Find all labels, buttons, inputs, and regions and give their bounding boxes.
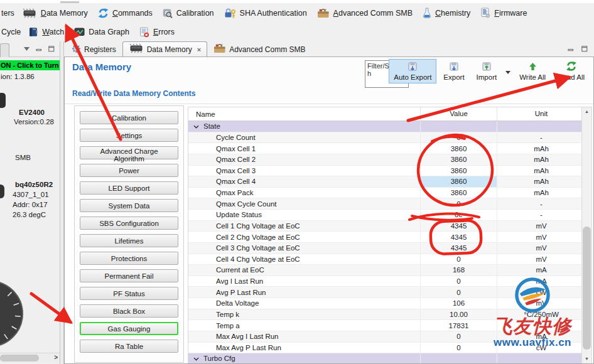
category-black-box[interactable]: Black Box — [80, 304, 178, 318]
toolbar-item-chemistry[interactable]: Chemistry — [418, 6, 475, 19]
row-value[interactable]: 3860 — [420, 166, 497, 176]
category-protections[interactable]: Protections — [80, 252, 178, 265]
column-header-value[interactable]: Value — [420, 107, 497, 120]
toolbar-item-watch[interactable]: Watch — [23, 26, 69, 38]
table-row-avg-p-last-run[interactable]: Avg P Last Run0cW — [188, 287, 582, 298]
minimize-icon[interactable] — [36, 46, 42, 52]
maximize-icon[interactable] — [48, 46, 55, 52]
category-calibration[interactable]: Calibration — [80, 111, 178, 124]
import-dropdown-caret[interactable] — [504, 59, 512, 83]
toolbar-item-data-memory[interactable]: Data Memory — [17, 7, 93, 19]
table-row-max-avg-p-last-run[interactable]: Max Avg P Last Run0cW — [188, 343, 582, 354]
table-row-qmax-cell-4[interactable]: Qmax Cell 43860mAh — [188, 176, 582, 188]
table-row-cycle-count[interactable]: Cycle Count0- — [188, 132, 582, 144]
action-write-all[interactable]: Write All — [514, 59, 551, 83]
chevron-down-icon[interactable] — [193, 355, 199, 362]
row-value[interactable]: 0 — [420, 198, 497, 209]
table-row-temp-k[interactable]: Temp k10.00°C/250mW — [188, 309, 582, 321]
toolbar-item-ters[interactable]: ters — [1, 8, 17, 19]
table-row-qmax-cell-2[interactable]: Qmax Cell 23860mAh — [188, 154, 582, 166]
row-value[interactable]: 10.00 — [420, 309, 497, 320]
horizontal-scrollbar-thumb[interactable] — [0, 355, 39, 361]
panel-sash[interactable] — [60, 41, 64, 364]
table-row-qmax-cell-3[interactable]: Qmax Cell 33860mAh — [188, 166, 582, 177]
category-led-support[interactable]: LED Support — [80, 181, 178, 195]
vertical-scrollbar-thumb[interactable] — [583, 227, 591, 350]
row-value[interactable]: 168 — [420, 265, 497, 276]
category-permanent-fail[interactable]: Permanent Fail — [80, 269, 178, 282]
table-row-delta-voltage[interactable]: Delta Voltage106mV — [188, 298, 582, 309]
table-row-current-at-eoc[interactable]: Current at EoC168mA — [188, 265, 582, 276]
row-value[interactable]: 0e — [420, 210, 497, 220]
row-value[interactable]: 3860 — [420, 176, 497, 187]
toolbar-item-errors[interactable]: Errors — [134, 26, 180, 39]
scroll-up-arrow[interactable]: ▲ — [582, 107, 591, 116]
row-value[interactable]: 0 — [420, 343, 497, 353]
toolbar-item-calibration[interactable]: Calibration — [158, 7, 219, 19]
category-sbs-configuration[interactable]: SBS Configuration — [80, 217, 178, 230]
table-row-qmax-pack[interactable]: Qmax Pack3860mAh — [188, 188, 582, 199]
maximize-icon[interactable] — [581, 45, 588, 54]
toolbar-item-advanced-comm-smb[interactable]: Advanced Comm SMB — [312, 7, 418, 19]
minimize-icon[interactable] — [568, 45, 574, 54]
table-row-cell-1-chg-voltage-at-eoc[interactable]: Cell 1 Chg Voltage at EoC4345mV — [188, 221, 582, 232]
status-banner[interactable]: ON - Click to Turn — [0, 60, 60, 70]
row-value[interactable]: 3860 — [420, 154, 497, 165]
action-import[interactable]: Import — [472, 59, 502, 83]
category-lifetimes[interactable]: Lifetimes — [80, 234, 178, 247]
category-gas-gauging[interactable]: Gas Gauging — [80, 322, 178, 335]
horizontal-scrollbar[interactable]: > — [0, 353, 60, 363]
category-settings[interactable]: Settings — [80, 129, 178, 142]
table-row-avg-i-last-run[interactable]: Avg I Last Run0mA — [188, 276, 582, 287]
row-value[interactable]: 0 — [420, 132, 497, 143]
category-power[interactable]: Power — [80, 164, 178, 177]
tab-data-memory[interactable]: Data Memory× — [122, 41, 207, 56]
category-advanced-charge-algorithm[interactable]: Advanced Charge Algorithm — [80, 146, 178, 159]
errors-icon — [139, 27, 149, 38]
row-value[interactable]: 0 — [420, 287, 497, 297]
row-value[interactable]: 3860 — [420, 188, 497, 198]
chevron-down-icon[interactable] — [193, 122, 199, 130]
row-value[interactable]: 0 — [420, 254, 497, 265]
column-header-unit[interactable]: Unit — [497, 107, 585, 120]
table-row-max-avg-i-last-run[interactable]: Max Avg I Last Run0mA — [188, 331, 582, 343]
table-row-qmax-cell-1[interactable]: Qmax Cell 13860mAh — [188, 143, 582, 154]
toolbar-item-commands[interactable]: Commands — [93, 7, 158, 19]
toolbar-item-sha-authentication[interactable]: SHA Authentication — [219, 7, 312, 19]
table-group-row-turbo-cfg[interactable]: Turbo Cfg — [188, 353, 582, 363]
table-row-update-status[interactable]: Update Status0e- — [188, 210, 582, 221]
scroll-down-arrow[interactable]: ▼ — [582, 355, 591, 363]
table-row-cell-2-chg-voltage-at-eoc[interactable]: Cell 2 Chg Voltage at EoC4345mV — [188, 232, 582, 243]
column-header-name[interactable]: Name — [188, 110, 420, 118]
toolbar-item-data-graph[interactable]: Data Graph — [69, 26, 134, 38]
row-value[interactable]: 0 — [420, 331, 497, 342]
row-value[interactable]: 4345 — [420, 232, 497, 242]
row-value[interactable]: 0 — [420, 276, 497, 287]
table-row-cell-4-chg-voltage-at-eoc[interactable]: Cell 4 Chg Voltage at EoC0mV — [188, 254, 582, 265]
view-menu-icon[interactable] — [24, 47, 30, 51]
action-auto-export[interactable]: Auto Export — [389, 59, 436, 83]
category-system-data[interactable]: System Data — [80, 199, 178, 212]
row-value[interactable]: 17831 — [420, 320, 497, 331]
table-row-qmax-cycle-count[interactable]: Qmax Cycle Count0- — [188, 198, 582, 210]
row-value[interactable]: 4345 — [420, 243, 497, 254]
table-group-row-state[interactable]: State — [188, 121, 582, 132]
datagraph-icon — [74, 28, 85, 37]
row-value[interactable]: 4345 — [420, 221, 497, 232]
category-pf-status[interactable]: PF Status — [80, 287, 178, 300]
action-read-all[interactable]: Read All — [553, 59, 590, 83]
action-export[interactable]: Export — [438, 59, 469, 83]
table-row-cell-3-chg-voltage-at-eoc[interactable]: Cell 3 Chg Voltage at EoC4345mV — [188, 243, 582, 254]
tab-advanced-comm-smb[interactable]: Advanced Comm SMB — [207, 41, 311, 56]
vertical-scrollbar[interactable]: ▲ ▼ — [581, 107, 591, 363]
table-row-temp-a[interactable]: Temp a17831 — [188, 320, 582, 331]
close-icon[interactable]: × — [197, 46, 201, 53]
toolbar-item-firmware[interactable]: Firmware — [475, 6, 532, 19]
scroll-right-arrow[interactable]: > — [54, 354, 58, 361]
device-temperature: 26.3 degC — [13, 210, 53, 220]
tab-registers[interactable]: Registers — [65, 41, 122, 56]
row-value[interactable]: 106 — [420, 298, 497, 309]
category-ra-table[interactable]: Ra Table — [80, 340, 178, 353]
toolbar-item-cycle[interactable]: Cycle — [1, 26, 23, 38]
row-value[interactable]: 3860 — [420, 143, 497, 154]
